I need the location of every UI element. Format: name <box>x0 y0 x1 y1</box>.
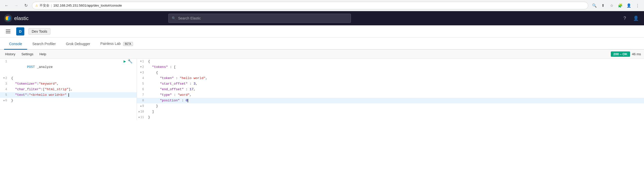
editor-actions: ▶ 🔧 <box>123 59 133 64</box>
editor-line: 8 "position" : 0 <box>137 98 644 103</box>
fold-indicator[interactable]: ▲ <box>140 103 142 109</box>
elastic-logo[interactable]: elastic <box>4 14 29 22</box>
line-number: ▼ 1 <box>137 59 147 64</box>
code-content: { <box>10 76 133 81</box>
code-content: { <box>147 59 640 64</box>
hamburger-button[interactable] <box>4 27 12 35</box>
editor-line: 7 "type" : "word", <box>137 92 644 98</box>
code-content: "start_offset" : 3, <box>147 81 640 87</box>
code-content: "tokens" : [ <box>147 64 640 70</box>
editor-line: ▼ 2 { <box>0 76 137 81</box>
browser-profile-button[interactable]: 👤 <box>625 2 632 9</box>
elastic-logo-icon <box>4 14 12 22</box>
line-number: 8 <box>137 98 147 103</box>
browser-extension-icon[interactable]: 🧩 <box>617 2 624 9</box>
tab-painless-lab[interactable]: Painless Lab BETA <box>95 39 138 50</box>
line-number: ▼ 2 <box>137 64 147 70</box>
editor-line: 4 "token" : "hello world", <box>137 76 644 81</box>
elastic-search-bar[interactable]: 🔍 Search Elastic <box>168 14 351 23</box>
elastic-logo-text: elastic <box>14 15 29 21</box>
code-content: "char_filter":["html_strip"], <box>10 87 133 92</box>
browser-bookmark-button[interactable]: ☆ <box>608 2 615 9</box>
user-badge: D <box>16 27 24 35</box>
breadcrumb-item[interactable]: Dev Tools <box>28 28 50 35</box>
fold-indicator[interactable]: ▲ <box>3 98 5 103</box>
request-editor[interactable]: 1 POST _analyze ▶ 🔧 ▼ 2 { 3 "tokenizer":… <box>0 59 137 120</box>
fold-indicator[interactable]: ▼ <box>140 64 142 70</box>
settings-button[interactable]: Settings <box>19 51 35 57</box>
editor-line: ▲ 10 ] <box>137 109 644 115</box>
history-button[interactable]: History <box>3 51 17 57</box>
browser-actions: 🔍 ⬆ ☆ 🧩 👤 ⋮ <box>591 2 641 9</box>
line-number: ▼ 2 <box>0 76 10 81</box>
browser-share-button[interactable]: ⬆ <box>599 2 606 9</box>
svg-point-4 <box>8 16 11 20</box>
code-content: { <box>147 70 640 76</box>
run-button[interactable]: ▶ <box>123 59 126 64</box>
editor-line: ▼ 1 { <box>137 59 644 64</box>
editor-container: 1 POST _analyze ▶ 🔧 ▼ 2 { 3 "tokenizer":… <box>0 59 644 120</box>
line-number: 5 <box>137 81 147 87</box>
editor-line: ▲ 11 } <box>137 115 644 120</box>
editor-line: 6 "end_offset" : 17, <box>137 87 644 92</box>
response-time: 46 ms <box>632 52 641 56</box>
elastic-topbar: elastic 🔍 Search Elastic ? 👤 <box>0 11 644 25</box>
help-icon[interactable]: ? <box>621 14 629 22</box>
code-content: } <box>147 103 640 109</box>
line-number: ▲ 10 <box>137 109 147 115</box>
fold-indicator[interactable]: ▲ <box>138 115 140 120</box>
toolbar-right: 200 – OK 46 ms <box>611 51 641 57</box>
tab-grok-debugger[interactable]: Grok Debugger <box>61 39 95 50</box>
sub-header: D Dev Tools <box>0 25 644 38</box>
svg-point-3 <box>6 16 8 20</box>
url-text: 192.168.245.151:5601/app/dev_tools#/cons… <box>53 4 585 7</box>
line-number: 5 <box>0 92 10 98</box>
reload-button[interactable]: ↻ <box>22 2 29 9</box>
wrench-button[interactable]: 🔧 <box>128 59 133 64</box>
fold-indicator[interactable]: ▼ <box>140 59 142 64</box>
line-number: 3 <box>0 81 10 87</box>
beta-badge: BETA <box>123 42 133 46</box>
line-number: 1 <box>0 59 10 64</box>
editor-line: 5 "text":"<b>hello world<b>" <box>0 92 137 98</box>
editor-line: ▲ 6 } <box>0 98 137 103</box>
forward-button[interactable]: → <box>13 2 20 9</box>
code-content: } <box>10 98 133 103</box>
tabs-bar: Console Search Profiler Grok Debugger Pa… <box>0 38 644 50</box>
line-number: ▲ 11 <box>137 115 147 120</box>
response-editor[interactable]: ▼ 1 { ▼ 2 "tokens" : [ ▼ 3 { 4 "token" :… <box>137 59 644 120</box>
editor-line: 1 POST _analyze ▶ 🔧 <box>0 59 137 76</box>
line-number: 4 <box>137 76 147 81</box>
browser-search-button[interactable]: 🔍 <box>591 2 598 9</box>
fold-indicator[interactable]: ▼ <box>140 70 142 76</box>
back-button[interactable]: ← <box>3 2 10 9</box>
code-content: "token" : "hello world", <box>147 76 640 81</box>
status-badge: 200 – OK <box>611 51 630 57</box>
browser-bar: ← → ↻ ⚠ 不安全 | 192.168.245.151:5601/app/d… <box>0 0 644 11</box>
fold-indicator[interactable]: ▲ <box>138 109 140 115</box>
help-button[interactable]: Help <box>37 51 48 57</box>
fold-indicator[interactable]: ▼ <box>3 76 5 81</box>
editor-line: 3 "tokenizer":"keyword", <box>0 81 137 87</box>
editor-line: 4 "char_filter":["html_strip"], <box>0 87 137 92</box>
code-content: "tokenizer":"keyword", <box>10 81 133 87</box>
search-icon: 🔍 <box>172 16 176 20</box>
tab-search-profiler[interactable]: Search Profiler <box>27 39 61 50</box>
code-content: "end_offset" : 17, <box>147 87 640 92</box>
search-placeholder: Search Elastic <box>178 16 201 20</box>
code-content: POST _analyze <box>10 59 121 76</box>
tab-console[interactable]: Console <box>4 39 27 50</box>
address-bar[interactable]: ⚠ 不安全 | 192.168.245.151:5601/app/dev_too… <box>32 2 588 9</box>
line-number: 7 <box>137 92 147 98</box>
user-menu-icon[interactable]: 👤 <box>632 14 640 22</box>
code-content: ] <box>147 109 640 115</box>
line-number: ▲ 9 <box>137 103 147 109</box>
code-content: "text":"<b>hello world<b>" <box>10 92 133 98</box>
hamburger-icon <box>6 30 10 33</box>
code-content: } <box>147 115 640 120</box>
line-number: ▲ 6 <box>0 98 10 103</box>
svg-rect-7 <box>6 33 10 33</box>
security-label: 不安全 <box>40 3 49 8</box>
security-icon: ⚠ <box>35 4 38 7</box>
browser-menu-button[interactable]: ⋮ <box>634 2 641 9</box>
